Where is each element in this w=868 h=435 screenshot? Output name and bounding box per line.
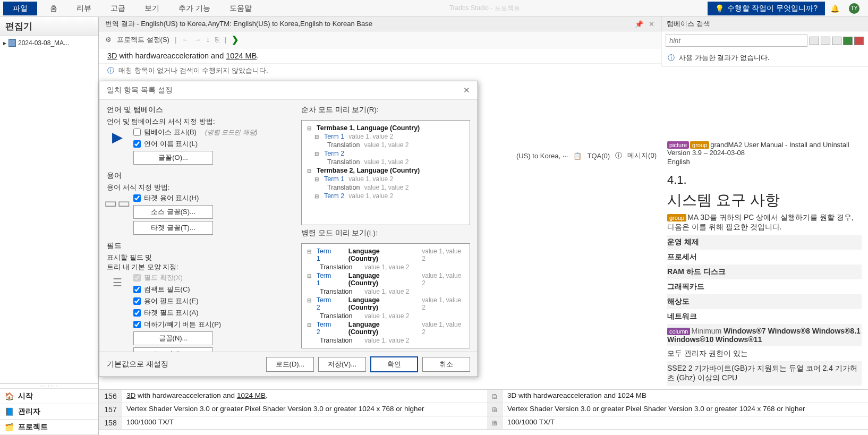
collapse-icon[interactable]: ⊟ [306, 168, 312, 174]
collapse-icon[interactable]: ⊟ [306, 297, 312, 303]
preview-term[interactable]: Term 1 [317, 248, 336, 262]
preview-values: value 1, value 2 [348, 133, 393, 140]
grid-row[interactable]: 156 3D with hardwareacceleration and 102… [99, 390, 868, 403]
menu-home[interactable]: 홈 [40, 2, 67, 15]
font-button-o[interactable]: 글꼴(O)... [133, 151, 213, 165]
arrow-left-icon[interactable]: ← [182, 36, 189, 44]
tb-add-icon[interactable] [832, 37, 841, 45]
row-number: 158 [99, 416, 122, 429]
tb-edit-icon[interactable] [843, 37, 853, 45]
menu-advanced[interactable]: 고급 [101, 2, 135, 15]
nav-grip[interactable]: ······· [0, 384, 98, 389]
pin-icon[interactable]: 📌 [635, 20, 643, 28]
termbase-panel: 텀베이스 검색 ⓘ 사용 가능한 결과가 없습니다. [661, 17, 868, 66]
tb-fuzzy-icon[interactable] [821, 37, 830, 45]
tb-options-icon[interactable] [854, 37, 864, 45]
collapse-icon[interactable]: ⊟ [313, 193, 320, 199]
status-cell[interactable]: 🗎 [487, 416, 503, 429]
tell-me-label: 수행할 작업이 무엇입니까? [727, 4, 818, 13]
target-cell[interactable]: Vertex Shader Version 3.0 or greater Pix… [503, 403, 868, 416]
overlap-icon: ▭▭ [107, 193, 128, 212]
grid-row[interactable]: 158 100/1000 TX/T 🗎 100/1000 TX/T [99, 416, 868, 430]
target-font-button[interactable]: 타겟 글꼴(T)... [133, 221, 213, 235]
script-icon[interactable]: ⎘ [215, 36, 219, 44]
status-cell[interactable]: 🗎 [487, 403, 503, 416]
note-text: (병렬 모드만 해당) [205, 128, 258, 137]
close-tab-icon[interactable]: ✕ [649, 20, 654, 28]
menu-help[interactable]: 도움말 [220, 2, 261, 15]
tell-me-banner[interactable]: 💡 수행할 작업이 무엇입니까? [708, 2, 825, 15]
left-nav: ······· 🏠 시작 📘 관리자 🗂️ 프로젝트 [0, 383, 98, 435]
avatar[interactable]: TY [849, 3, 860, 14]
source-font-button[interactable]: 소스 글꼴(S)... [133, 205, 213, 219]
collapse-icon[interactable]: ⊟ [313, 176, 320, 182]
checkbox-show-lang-name[interactable]: 언어 이름 표시(L) [133, 139, 296, 149]
badge-group: group [667, 214, 686, 221]
file-tree[interactable]: ▸ 2024-03-08_MA... [0, 36, 98, 383]
tree-expand-icon[interactable]: ▸ [3, 39, 6, 47]
font-button-n[interactable]: 글꼴(N)... [133, 331, 213, 345]
menu-view[interactable]: 보기 [135, 2, 169, 15]
source-cell[interactable]: 100/1000 TX/T [122, 416, 487, 429]
collapse-icon[interactable]: ⊟ [306, 273, 312, 279]
ok-button[interactable]: 확인 [370, 356, 418, 372]
segment-move-icon[interactable]: ↕ [206, 36, 210, 44]
dialog-titlebar: 일치 항목 목록 설정 ✕ [99, 81, 478, 100]
grid-row[interactable]: 157 Vertex Shader Version 3.0 or greater… [99, 403, 868, 416]
field-select-button[interactable]: 필드 선택 (F)... [133, 347, 213, 352]
termbase-search-input[interactable] [666, 35, 807, 47]
translation-results-tab: 번역 결과 - English(US) to Korea,AnyTM: Engl… [99, 17, 661, 31]
collapse-icon[interactable]: ⊟ [306, 249, 312, 254]
status-tab-msg[interactable]: 메시지(0) [627, 151, 657, 160]
collapse-icon[interactable]: ⊟ [306, 322, 312, 328]
fields-icon: ☰ [107, 273, 128, 292]
save-button[interactable]: 저장(V)... [318, 357, 366, 372]
info-icon: ⓘ [668, 53, 675, 63]
source-cell[interactable]: Vertex Shader Version 3.0 or greater Pix… [122, 403, 487, 416]
tab-title: 번역 결과 - English(US) to Korea,AnyTM: Engl… [105, 19, 372, 29]
source-cell[interactable]: 3D with hardwareacceleration and 1024 MB… [122, 390, 487, 403]
dialog-close-icon[interactable]: ✕ [463, 86, 470, 95]
cancel-button[interactable]: 취소 [422, 357, 470, 372]
checkbox-show-term-fields[interactable]: 용어 필드 표시(E) [133, 296, 296, 306]
load-button[interactable]: 로드(D)... [266, 357, 314, 372]
collapse-icon[interactable]: ⊟ [306, 125, 312, 131]
checkbox-show-termbase[interactable]: 텀베이스 표시(B)(병렬 모드만 해당) [133, 127, 296, 137]
home-icon: 🏠 [4, 391, 14, 401]
menu-addins[interactable]: 추가 기능 [169, 2, 220, 15]
collapse-icon[interactable]: ⊟ [313, 151, 320, 157]
gear-icon[interactable]: ⚙ [105, 36, 112, 44]
project-settings-label[interactable]: 프로젝트 설정(S) [117, 35, 169, 45]
status-tab-tqa[interactable]: TQA(0) [587, 152, 610, 160]
sequential-preview-title: 순차 모드 미리 보기(R): [301, 105, 470, 115]
hitlist-settings-dialog: 일치 항목 목록 설정 ✕ 언어 및 텀베이스 언어 및 텀베이스의 서식 지정… [99, 81, 478, 377]
checkbox-show-plusminus[interactable]: 더하기/빼기 버튼 표시(P) [133, 320, 296, 329]
play-icon: ▶ [107, 127, 128, 147]
doc-lang: English [667, 158, 862, 166]
tb-search-icon[interactable] [810, 37, 819, 45]
nav-project[interactable]: 🗂️ 프로젝트 [0, 420, 98, 435]
checkbox-show-target-fields[interactable]: 타겟 필드 표시(A) [133, 308, 296, 318]
apply-icon[interactable]: ❯ [232, 35, 239, 45]
tqa-icon: 📋 [573, 152, 582, 160]
preview-term[interactable]: Term 2 [324, 150, 344, 157]
status-tab-lang[interactable]: (US) to Korea, ··· [516, 152, 568, 160]
msg-icon: ⓘ [615, 151, 622, 160]
tree-item-file[interactable]: ▸ 2024-03-08_MA... [2, 38, 96, 48]
badge-picture: picture [667, 141, 689, 149]
reset-defaults-link[interactable]: 기본값으로 재설정 [107, 360, 181, 369]
target-cell[interactable]: 100/1000 TX/T [503, 416, 868, 429]
nav-start[interactable]: 🏠 시작 [0, 389, 98, 404]
checkbox-show-target-term[interactable]: 타겟 용어 표시(H) [133, 193, 296, 203]
menu-review[interactable]: 리뷰 [67, 2, 101, 15]
bell-icon[interactable]: 🔔 [830, 4, 839, 13]
preview-term[interactable]: Term 1 [324, 133, 344, 140]
collapse-icon[interactable]: ⊟ [313, 134, 320, 140]
checkbox-compact-fields[interactable]: 컴팩트 필드(C) [133, 285, 296, 294]
nav-manager[interactable]: 📘 관리자 [0, 404, 98, 420]
status-cell[interactable]: 🗎 [487, 390, 503, 403]
req-row: 네트워크 [667, 312, 697, 320]
file-menu[interactable]: 파일 [3, 2, 37, 15]
arrow-right-icon[interactable]: → [194, 36, 201, 44]
target-cell[interactable]: 3D with hardwareacceleration and 1024 MB [503, 390, 868, 403]
